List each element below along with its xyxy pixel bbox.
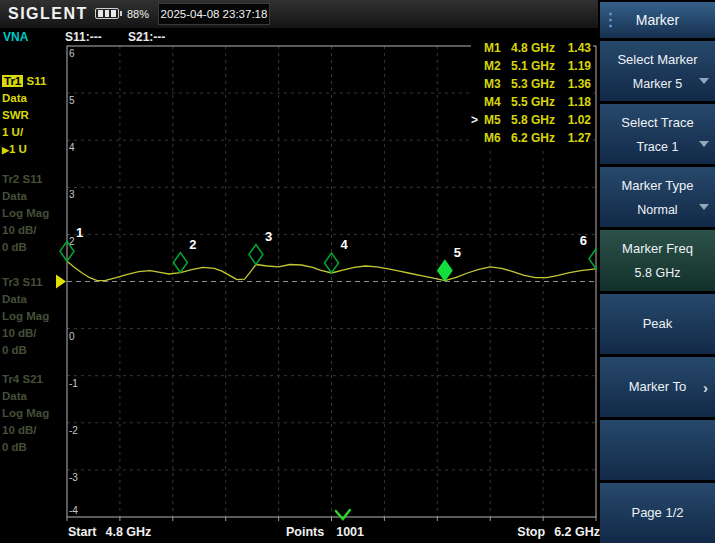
dropdown-icon (699, 78, 709, 84)
vna-screen: { "topbar": { "logo": "SIGLENT", "batter… (0, 0, 715, 543)
page-button[interactable]: Page 1/2 (600, 483, 715, 543)
select-marker-button[interactable]: Select Marker Marker 5 (600, 41, 715, 101)
marker-label-3: 3 (265, 229, 272, 244)
trace3-info: Tr3 S11 Data Log Mag 10 dB/ 0 dB (2, 274, 49, 359)
menu-dots-icon (609, 13, 612, 28)
battery-percentage: 88% (127, 8, 149, 20)
mode-label: VNA (3, 30, 28, 44)
marker-label-2: 2 (189, 237, 196, 252)
marker-row-m1: M14.8 GHz1.43 (471, 39, 593, 57)
y-axis-label: 5 (69, 95, 75, 106)
menu-title: Marker (600, 2, 715, 38)
y-axis-label: 6 (69, 48, 75, 59)
peak-button[interactable]: Peak (600, 294, 715, 354)
stop-frequency: Stop6.2 GHz (517, 521, 600, 543)
marker-row-m2: M25.1 GHz1.19 (471, 57, 593, 75)
marker-diamond-3 (249, 245, 263, 265)
s21-status: S21:--- (128, 30, 165, 44)
datetime-display: 2025-04-08 23:37:18 (158, 3, 270, 25)
trace1-scale-type: SWR (2, 107, 46, 124)
marker-diamond-2 (173, 253, 187, 273)
marker-diamond-6 (589, 249, 598, 269)
softkey-menu: Marker Select Marker Marker 5 Select Tra… (600, 0, 715, 543)
y-axis-label: 3 (69, 189, 75, 200)
marker-row-m6: M66.2 GHz1.27 (471, 129, 593, 147)
trace2-info: Tr2 S11 Data Log Mag 10 dB/ 0 dB (2, 171, 49, 256)
submenu-arrow-icon: › (703, 378, 708, 395)
marker-label-6: 6 (580, 233, 587, 248)
marker-label-5: 5 (454, 245, 461, 260)
select-trace-button[interactable]: Select Trace Trace 1 (600, 104, 715, 164)
sweep-points: Points1001 (230, 521, 420, 543)
battery-nub-icon (120, 11, 122, 16)
y-axis-label: -3 (69, 472, 78, 483)
trace4-info: Tr4 S21 Data Log Mag 10 dB/ 0 dB (2, 371, 49, 456)
y-axis-label: -4 (69, 505, 78, 516)
reference-level-arrow-icon (56, 275, 66, 289)
battery-icon (95, 8, 119, 19)
marker-label-1: 1 (76, 225, 83, 240)
sweep-caret-icon (336, 510, 350, 519)
marker-freq-button[interactable]: Marker Freq 5.8 GHz (600, 230, 715, 290)
dropdown-icon (699, 141, 709, 147)
marker-type-button[interactable]: Marker Type Normal (600, 167, 715, 227)
start-frequency: Start4.8 GHz (68, 521, 151, 543)
trace1-info: Tr1 S11 Data SWR 1 U/ ▶1 U (2, 73, 46, 159)
sweep-info-bar: Start4.8 GHz Points1001 Stop6.2 GHz (0, 521, 600, 543)
marker-row-m3: M35.3 GHz1.36 (471, 75, 593, 93)
s11-status: S11:--- (65, 30, 102, 44)
y-axis-label: -2 (69, 425, 78, 436)
marker-row-m4: M45.5 GHz1.18 (471, 93, 593, 111)
dropdown-icon (699, 204, 709, 210)
marker-row-m5-selected: >M55.8 GHz1.02 (471, 111, 593, 129)
marker-readout-table: M14.8 GHz1.43 M25.1 GHz1.19 M35.3 GHz1.3… (471, 39, 593, 147)
marker-diamond-5 (438, 261, 452, 281)
y-axis-label: 4 (69, 142, 75, 153)
empty-softkey-button[interactable] (600, 420, 715, 480)
trace1-badge[interactable]: Tr1 (2, 75, 23, 87)
trace1-reference: ▶1 U (2, 141, 46, 159)
trace1-format: Data (2, 90, 46, 107)
siglent-logo: SIGLENT (8, 5, 88, 23)
marker-to-button[interactable]: Marker To › (600, 357, 715, 417)
y-axis-label: -1 (69, 378, 78, 389)
top-status-bar: SIGLENT 88% 2025-04-08 23:37:18 (0, 0, 598, 29)
reference-arrow-icon: ▶ (2, 145, 9, 155)
marker-label-4: 4 (341, 237, 349, 252)
trace1-scale: 1 U/ (2, 124, 46, 141)
trace1-param: S11 (26, 75, 46, 87)
y-axis-label: 0 (69, 331, 75, 342)
